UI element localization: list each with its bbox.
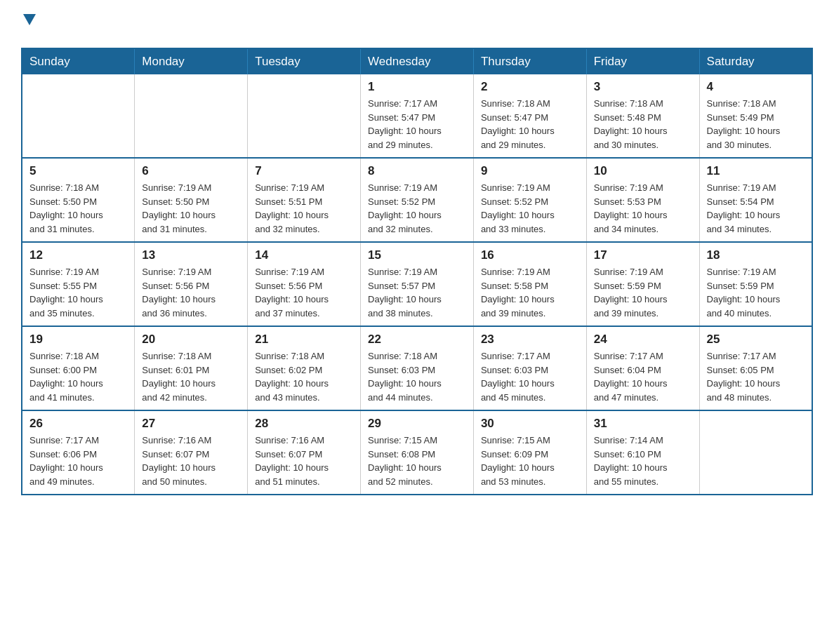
calendar-cell: 11Sunrise: 7:19 AM Sunset: 5:54 PM Dayli… bbox=[699, 158, 812, 242]
day-info: Sunrise: 7:19 AM Sunset: 5:57 PM Dayligh… bbox=[368, 265, 466, 320]
calendar-cell: 7Sunrise: 7:19 AM Sunset: 5:51 PM Daylig… bbox=[248, 158, 361, 242]
day-info: Sunrise: 7:18 AM Sunset: 6:00 PM Dayligh… bbox=[29, 349, 127, 404]
day-info: Sunrise: 7:19 AM Sunset: 5:56 PM Dayligh… bbox=[255, 265, 353, 320]
calendar-cell bbox=[135, 74, 248, 158]
calendar-cell: 21Sunrise: 7:18 AM Sunset: 6:02 PM Dayli… bbox=[248, 326, 361, 410]
day-info: Sunrise: 7:19 AM Sunset: 5:54 PM Dayligh… bbox=[707, 181, 805, 236]
calendar-cell: 13Sunrise: 7:19 AM Sunset: 5:56 PM Dayli… bbox=[135, 242, 248, 326]
page-header bbox=[21, 14, 813, 34]
day-number: 12 bbox=[29, 248, 127, 262]
day-number: 8 bbox=[368, 164, 466, 178]
day-number: 3 bbox=[594, 80, 692, 94]
calendar-cell: 24Sunrise: 7:17 AM Sunset: 6:04 PM Dayli… bbox=[586, 326, 699, 410]
calendar-cell: 28Sunrise: 7:16 AM Sunset: 6:07 PM Dayli… bbox=[248, 410, 361, 495]
day-info: Sunrise: 7:19 AM Sunset: 5:55 PM Dayligh… bbox=[29, 265, 127, 320]
calendar-week-row: 5Sunrise: 7:18 AM Sunset: 5:50 PM Daylig… bbox=[22, 158, 812, 242]
calendar-cell: 15Sunrise: 7:19 AM Sunset: 5:57 PM Dayli… bbox=[361, 242, 474, 326]
day-info: Sunrise: 7:16 AM Sunset: 6:07 PM Dayligh… bbox=[142, 434, 240, 488]
day-number: 30 bbox=[481, 417, 579, 431]
calendar-cell bbox=[699, 410, 812, 495]
day-number: 2 bbox=[481, 80, 579, 94]
day-number: 1 bbox=[368, 80, 466, 94]
day-number: 21 bbox=[255, 333, 353, 347]
day-number: 25 bbox=[707, 333, 805, 347]
day-number: 26 bbox=[29, 417, 127, 431]
day-number: 5 bbox=[29, 164, 127, 178]
calendar-cell: 26Sunrise: 7:17 AM Sunset: 6:06 PM Dayli… bbox=[22, 410, 135, 495]
calendar-cell: 8Sunrise: 7:19 AM Sunset: 5:52 PM Daylig… bbox=[361, 158, 474, 242]
day-info: Sunrise: 7:18 AM Sunset: 6:01 PM Dayligh… bbox=[142, 349, 240, 404]
day-info: Sunrise: 7:19 AM Sunset: 5:51 PM Dayligh… bbox=[255, 181, 353, 236]
day-info: Sunrise: 7:19 AM Sunset: 5:59 PM Dayligh… bbox=[707, 265, 805, 320]
calendar-cell: 12Sunrise: 7:19 AM Sunset: 5:55 PM Dayli… bbox=[22, 242, 135, 326]
day-info: Sunrise: 7:15 AM Sunset: 6:08 PM Dayligh… bbox=[368, 434, 466, 488]
calendar-header-row: SundayMondayTuesdayWednesdayThursdayFrid… bbox=[22, 48, 812, 74]
calendar-header-saturday: Saturday bbox=[699, 48, 812, 74]
day-info: Sunrise: 7:17 AM Sunset: 6:03 PM Dayligh… bbox=[481, 349, 579, 404]
day-info: Sunrise: 7:17 AM Sunset: 5:47 PM Dayligh… bbox=[368, 97, 466, 152]
calendar-header-sunday: Sunday bbox=[22, 48, 135, 74]
calendar-header-thursday: Thursday bbox=[473, 48, 586, 74]
day-info: Sunrise: 7:18 AM Sunset: 5:49 PM Dayligh… bbox=[707, 97, 805, 152]
day-info: Sunrise: 7:19 AM Sunset: 5:58 PM Dayligh… bbox=[481, 265, 579, 320]
calendar-cell: 17Sunrise: 7:19 AM Sunset: 5:59 PM Dayli… bbox=[586, 242, 699, 326]
day-info: Sunrise: 7:17 AM Sunset: 6:04 PM Dayligh… bbox=[594, 349, 692, 404]
day-info: Sunrise: 7:18 AM Sunset: 5:50 PM Dayligh… bbox=[29, 181, 127, 236]
calendar-cell: 31Sunrise: 7:14 AM Sunset: 6:10 PM Dayli… bbox=[586, 410, 699, 495]
calendar-header-friday: Friday bbox=[586, 48, 699, 74]
calendar-cell: 4Sunrise: 7:18 AM Sunset: 5:49 PM Daylig… bbox=[699, 74, 812, 158]
calendar-cell: 22Sunrise: 7:18 AM Sunset: 6:03 PM Dayli… bbox=[361, 326, 474, 410]
day-number: 6 bbox=[142, 164, 240, 178]
day-number: 27 bbox=[142, 417, 240, 431]
day-number: 23 bbox=[481, 333, 579, 347]
day-number: 11 bbox=[707, 164, 805, 178]
calendar-cell: 3Sunrise: 7:18 AM Sunset: 5:48 PM Daylig… bbox=[586, 74, 699, 158]
calendar-cell: 18Sunrise: 7:19 AM Sunset: 5:59 PM Dayli… bbox=[699, 242, 812, 326]
calendar-cell: 29Sunrise: 7:15 AM Sunset: 6:08 PM Dayli… bbox=[361, 410, 474, 495]
day-info: Sunrise: 7:19 AM Sunset: 5:50 PM Dayligh… bbox=[142, 181, 240, 236]
calendar-cell: 2Sunrise: 7:18 AM Sunset: 5:47 PM Daylig… bbox=[473, 74, 586, 158]
calendar-cell: 19Sunrise: 7:18 AM Sunset: 6:00 PM Dayli… bbox=[22, 326, 135, 410]
calendar-cell: 16Sunrise: 7:19 AM Sunset: 5:58 PM Dayli… bbox=[473, 242, 586, 326]
calendar-week-row: 26Sunrise: 7:17 AM Sunset: 6:06 PM Dayli… bbox=[22, 410, 812, 495]
calendar-week-row: 19Sunrise: 7:18 AM Sunset: 6:00 PM Dayli… bbox=[22, 326, 812, 410]
day-info: Sunrise: 7:17 AM Sunset: 6:06 PM Dayligh… bbox=[29, 434, 127, 488]
day-number: 18 bbox=[707, 248, 805, 262]
day-info: Sunrise: 7:18 AM Sunset: 6:03 PM Dayligh… bbox=[368, 349, 466, 404]
logo bbox=[21, 14, 36, 34]
day-number: 20 bbox=[142, 333, 240, 347]
svg-marker-0 bbox=[23, 14, 36, 25]
calendar-header-monday: Monday bbox=[135, 48, 248, 74]
calendar-week-row: 12Sunrise: 7:19 AM Sunset: 5:55 PM Dayli… bbox=[22, 242, 812, 326]
day-info: Sunrise: 7:19 AM Sunset: 5:56 PM Dayligh… bbox=[142, 265, 240, 320]
calendar-week-row: 1Sunrise: 7:17 AM Sunset: 5:47 PM Daylig… bbox=[22, 74, 812, 158]
day-number: 28 bbox=[255, 417, 353, 431]
calendar-cell: 25Sunrise: 7:17 AM Sunset: 6:05 PM Dayli… bbox=[699, 326, 812, 410]
calendar-header-wednesday: Wednesday bbox=[361, 48, 474, 74]
day-number: 13 bbox=[142, 248, 240, 262]
day-number: 29 bbox=[368, 417, 466, 431]
day-number: 15 bbox=[368, 248, 466, 262]
day-info: Sunrise: 7:18 AM Sunset: 6:02 PM Dayligh… bbox=[255, 349, 353, 404]
day-number: 17 bbox=[594, 248, 692, 262]
day-number: 24 bbox=[594, 333, 692, 347]
day-info: Sunrise: 7:15 AM Sunset: 6:09 PM Dayligh… bbox=[481, 434, 579, 488]
calendar-cell: 23Sunrise: 7:17 AM Sunset: 6:03 PM Dayli… bbox=[473, 326, 586, 410]
calendar-cell: 6Sunrise: 7:19 AM Sunset: 5:50 PM Daylig… bbox=[135, 158, 248, 242]
calendar-cell: 10Sunrise: 7:19 AM Sunset: 5:53 PM Dayli… bbox=[586, 158, 699, 242]
day-number: 14 bbox=[255, 248, 353, 262]
calendar-cell bbox=[22, 74, 135, 158]
day-info: Sunrise: 7:16 AM Sunset: 6:07 PM Dayligh… bbox=[255, 434, 353, 488]
calendar-table: SundayMondayTuesdayWednesdayThursdayFrid… bbox=[21, 48, 813, 495]
calendar-cell: 1Sunrise: 7:17 AM Sunset: 5:47 PM Daylig… bbox=[361, 74, 474, 158]
day-number: 7 bbox=[255, 164, 353, 178]
day-number: 4 bbox=[707, 80, 805, 94]
calendar-cell: 27Sunrise: 7:16 AM Sunset: 6:07 PM Dayli… bbox=[135, 410, 248, 495]
calendar-cell: 30Sunrise: 7:15 AM Sunset: 6:09 PM Dayli… bbox=[473, 410, 586, 495]
calendar-cell bbox=[248, 74, 361, 158]
calendar-cell: 9Sunrise: 7:19 AM Sunset: 5:52 PM Daylig… bbox=[473, 158, 586, 242]
calendar-cell: 14Sunrise: 7:19 AM Sunset: 5:56 PM Dayli… bbox=[248, 242, 361, 326]
day-number: 22 bbox=[368, 333, 466, 347]
logo-triangle-icon bbox=[23, 14, 36, 29]
calendar-header-tuesday: Tuesday bbox=[248, 48, 361, 74]
